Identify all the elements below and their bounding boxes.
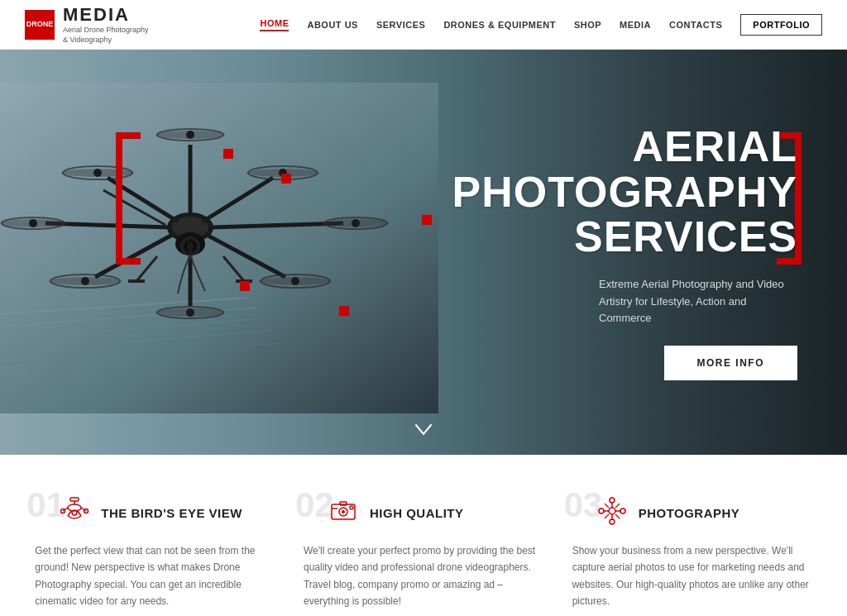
feature-header-3: 03 PHOTO <box>572 496 812 529</box>
nav-shop[interactable]: SHOP <box>574 20 601 30</box>
drone-image <box>0 83 438 413</box>
logo-tagline: Aerial Drone Photography & Videography <box>63 26 154 45</box>
feature-icon-3 <box>597 496 627 529</box>
portfolio-button[interactable]: PORTFOLIO <box>740 14 822 36</box>
features-section: 01 THE BIRD'S EYE VIEW Get the p <box>0 455 847 616</box>
svg-rect-62 <box>340 502 347 505</box>
feature-desc-3: Show your business from a new perspectiv… <box>572 542 812 610</box>
feature-desc-1: Get the perfect view that can not be see… <box>35 542 275 610</box>
nav-about[interactable]: ABOUT US <box>307 20 357 30</box>
svg-point-24 <box>81 277 89 285</box>
svg-line-56 <box>68 511 71 516</box>
svg-point-44 <box>186 308 194 317</box>
bracket-left <box>116 132 141 265</box>
feature-card-3: 03 PHOTO <box>572 496 812 616</box>
main-nav: HOME ABOUT US SERVICES DRONES & EQUIPMEN… <box>260 14 822 36</box>
red-dot-3 <box>240 281 250 291</box>
nav-home[interactable]: HOME <box>260 18 289 31</box>
red-dot-4 <box>339 306 349 316</box>
feature-card-2: 02 HIGH QUALITY We'll create your perfec… <box>304 496 543 616</box>
scroll-down-arrow[interactable] <box>415 423 432 440</box>
svg-point-32 <box>29 219 37 227</box>
svg-point-40 <box>186 131 194 139</box>
svg-point-15 <box>93 169 102 177</box>
feature-desc-2: We'll create your perfect promo by provi… <box>304 542 543 610</box>
feature-title-1: THE BIRD'S EYE VIEW <box>101 506 242 520</box>
svg-point-28 <box>291 277 299 285</box>
feature-icon-2 <box>328 496 358 529</box>
hero-title: AERIAL PHOTOGRAPHY SERVICES <box>400 124 797 260</box>
feature-header-1: 01 THE BIRD'S EYE VIEW <box>35 496 275 529</box>
feature-header-2: 02 HIGH QUALITY <box>304 496 543 529</box>
logo-icon: DRONE <box>25 10 55 40</box>
svg-line-57 <box>78 511 81 516</box>
svg-line-75 <box>615 504 620 508</box>
svg-point-63 <box>350 506 353 509</box>
nav-media[interactable]: MEDIA <box>620 20 651 30</box>
feature-title-2: HIGH QUALITY <box>370 506 464 520</box>
feature-title-3: PHOTOGRAPHY <box>639 506 740 520</box>
svg-point-36 <box>352 219 360 227</box>
svg-line-77 <box>615 514 620 518</box>
hero-section: AERIAL PHOTOGRAPHY SERVICES Extreme Aeri… <box>0 50 847 455</box>
svg-rect-49 <box>70 498 79 501</box>
header: DRONE MEDIA Aerial Drone Photography & V… <box>0 0 847 50</box>
hero-content: AERIAL PHOTOGRAPHY SERVICES Extreme Aeri… <box>400 124 797 380</box>
logo: DRONE MEDIA Aerial Drone Photography & V… <box>25 4 190 45</box>
red-dot-2 <box>281 174 291 184</box>
hero-cta-button[interactable]: MORE INFO <box>664 346 798 380</box>
feature-card-1: 01 THE BIRD'S EYE VIEW Get the p <box>35 496 275 616</box>
nav-contacts[interactable]: CONTACTS <box>669 20 722 30</box>
hero-description: Extreme Aerial Photography and Video Art… <box>599 276 797 327</box>
red-dot-1 <box>223 149 233 159</box>
svg-point-61 <box>342 510 345 513</box>
svg-point-65 <box>609 508 615 514</box>
logo-text-group: MEDIA Aerial Drone Photography & Videogr… <box>63 4 154 45</box>
logo-name: MEDIA <box>63 4 154 26</box>
nav-drones[interactable]: DRONES & EQUIPMENT <box>443 20 556 30</box>
svg-line-76 <box>605 514 609 518</box>
feature-icon-1 <box>60 496 89 529</box>
svg-point-55 <box>84 509 89 513</box>
svg-line-74 <box>605 504 609 508</box>
nav-services[interactable]: SERVICES <box>376 20 425 30</box>
